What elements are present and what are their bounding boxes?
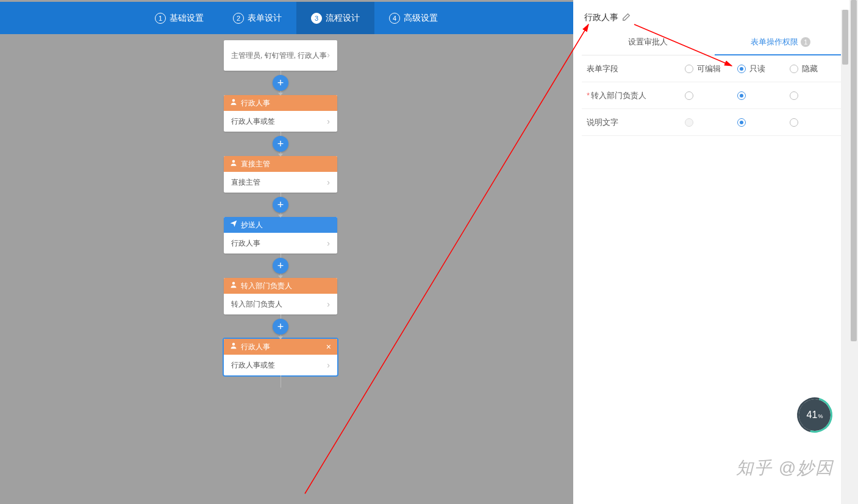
flow-node-direct-manager[interactable]: 直接主管 直接主管› — [224, 156, 337, 193]
permission-header-row: 表单字段 可编辑 只读 隐藏 — [582, 55, 847, 82]
flow-node-cc[interactable]: 抄送人 行政人事› — [224, 217, 337, 254]
flow-start-body: 主管理员, 钉钉管理, 行政人事 — [231, 51, 327, 61]
permission-row: *转入部门负责人 — [582, 82, 847, 109]
tab-flow-design[interactable]: 3流程设计 — [296, 2, 374, 34]
radio-hidden[interactable] — [790, 91, 798, 100]
add-node-button[interactable]: + — [273, 136, 288, 152]
side-tab-form-permission[interactable]: 表单操作权限1 — [715, 29, 848, 55]
add-node-button[interactable]: + — [273, 319, 288, 335]
radio-editable — [685, 118, 693, 127]
add-node-button[interactable]: + — [273, 75, 288, 91]
scrollbar[interactable] — [841, 10, 849, 504]
flow-canvas[interactable]: 主管理员, 钉钉管理, 行政人事 › + 行政人事 行政人事或签› + 直接主管… — [0, 34, 573, 504]
side-tabs: 设置审批人 表单操作权限1 — [582, 29, 847, 55]
flow-connector: + — [224, 71, 337, 95]
flow-column: 主管理员, 钉钉管理, 行政人事 › + 行政人事 行政人事或签› + 直接主管… — [224, 40, 337, 388]
send-icon — [230, 217, 237, 233]
tab-advanced-settings[interactable]: 4高级设置 — [374, 2, 452, 34]
radio-editable[interactable] — [685, 91, 693, 100]
flow-node-dept-leader[interactable]: 转入部门负责人 转入部门负责人› — [224, 278, 337, 314]
chevron-right-icon: › — [327, 49, 330, 62]
tab-form-design[interactable]: 2表单设计 — [218, 2, 296, 34]
user-icon — [230, 339, 237, 355]
add-node-button[interactable]: + — [273, 197, 288, 213]
radio-hidden-all[interactable] — [790, 65, 798, 73]
close-icon[interactable]: × — [326, 339, 331, 355]
add-node-button[interactable]: + — [273, 258, 288, 274]
permission-row: 说明文字 — [582, 109, 847, 136]
chevron-right-icon: › — [327, 299, 330, 309]
flow-connector: + — [224, 132, 337, 156]
flow-node-hr[interactable]: 行政人事 行政人事或签› — [224, 95, 337, 132]
radio-hidden[interactable] — [790, 118, 798, 127]
permission-table: 表单字段 可编辑 只读 隐藏 *转入部门负责人 说明文字 — [582, 55, 847, 136]
chevron-right-icon: › — [327, 360, 330, 370]
user-icon — [230, 278, 237, 294]
flow-start-node[interactable]: 主管理员, 钉钉管理, 行政人事 › — [224, 40, 337, 71]
user-icon — [230, 156, 237, 172]
tab-basic-settings[interactable]: 1基础设置 — [140, 2, 218, 34]
user-icon — [230, 95, 237, 111]
radio-readonly[interactable] — [737, 118, 746, 127]
flow-connector: + — [224, 254, 337, 278]
side-panel-title: 行政人事 — [579, 5, 849, 29]
step-tabs: 1基础设置 2表单设计 3流程设计 4高级设置 — [0, 2, 573, 34]
scrollbar[interactable] — [849, 0, 858, 504]
flow-connector: + — [224, 314, 337, 339]
radio-readonly[interactable] — [737, 91, 746, 100]
flow-node-hr-selected[interactable]: 行政人事× 行政人事或签› — [224, 339, 337, 375]
progress-badge[interactable]: 41% — [799, 399, 831, 431]
radio-readonly-all[interactable] — [737, 65, 746, 73]
chevron-right-icon: › — [327, 116, 330, 126]
radio-editable-all[interactable] — [685, 65, 693, 73]
flow-connector — [224, 375, 337, 388]
chevron-right-icon: › — [327, 177, 330, 187]
chevron-right-icon: › — [327, 238, 330, 248]
side-tab-approvers[interactable]: 设置审批人 — [582, 29, 715, 55]
flow-connector: + — [224, 193, 337, 217]
watermark: 知乎 @妙因 — [736, 456, 834, 480]
edit-icon[interactable] — [622, 13, 631, 23]
